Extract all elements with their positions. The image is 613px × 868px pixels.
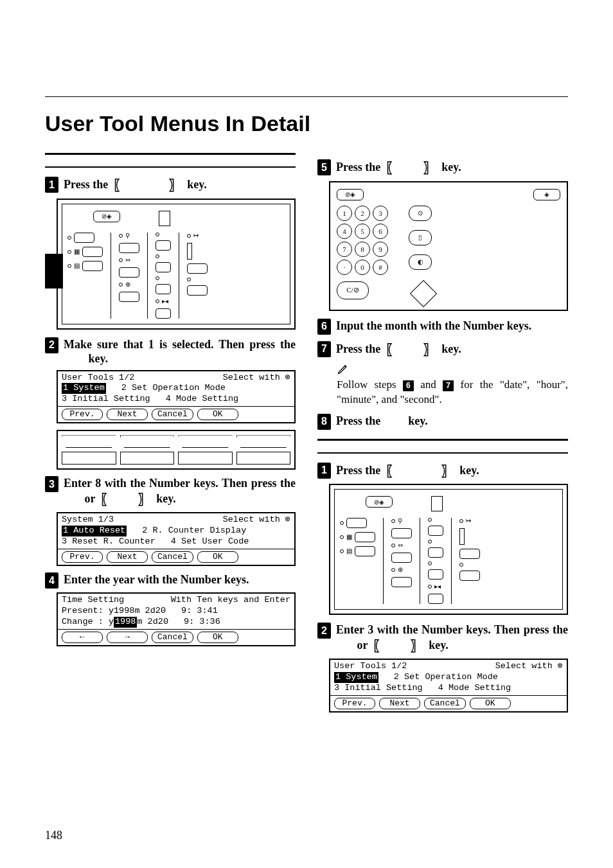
- step-badge-2: 2: [45, 337, 58, 353]
- step-badge-6: 6: [317, 319, 331, 335]
- step-badge-1: 1: [45, 177, 58, 193]
- lcd-system: System 1/3Select with ⊗ 1 Auto Reset2 R.…: [57, 512, 296, 566]
- clear-key: C/⊘: [337, 281, 369, 299]
- step-4: 4 Enter the year with the Number keys.: [45, 572, 296, 589]
- lcd-prev: Prev.: [62, 409, 103, 420]
- page-number: 148: [45, 829, 62, 842]
- lcd-next: Next: [107, 409, 148, 420]
- step-badge-4: 4: [45, 572, 58, 589]
- user-tools-key-icon: ⊘◈: [337, 189, 364, 200]
- note-text: Follow steps 6 and 7 for the "date", "ho…: [337, 378, 568, 407]
- func-key-a: ⊙: [409, 206, 432, 221]
- subsection-rule: [45, 166, 296, 168]
- lcd-ok: OK: [197, 409, 238, 420]
- lcd-user-tools: User Tools 1/2Select with ⊗ 1 System2 Se…: [57, 370, 296, 424]
- lcd-user-tools-2: User Tools 1/2Select with ⊗ 1 System2 Se…: [329, 659, 568, 713]
- step-5-text: Press the 〖〗 key.: [336, 159, 461, 177]
- slot-icon: [159, 211, 170, 226]
- top-rule: [45, 96, 568, 97]
- control-panel-diagram: ⊘◈ ▦ ▤ ⚲ ⇔: [57, 199, 296, 330]
- step-6-text: Input the month with the Number keys.: [336, 319, 531, 333]
- step-5: 5 Press the 〖〗 key.: [317, 159, 568, 177]
- step-7-text: Press the 〖〗 key.: [336, 341, 461, 359]
- step-2: 2 Make sure that 1 is selected. Then pre…: [45, 337, 296, 366]
- section-rule: [45, 153, 296, 155]
- step-3-text: Enter 8 with the Number keys. Then press…: [64, 476, 296, 508]
- step-badge-5: 5: [317, 159, 331, 175]
- page-title: User Tool Menus In Detail: [45, 111, 568, 136]
- b-step-badge-1: 1: [317, 463, 331, 479]
- b-step-1-text: Press the 〖〗 key.: [336, 463, 479, 481]
- b-step-1: 1 Press the 〖〗 key.: [317, 463, 568, 481]
- user-tools-key-icon: ⊘◈: [93, 211, 120, 222]
- step-8: 8 Press the key.: [317, 414, 568, 430]
- b-step-badge-2: 2: [317, 623, 331, 639]
- note-badge-7: 7: [443, 380, 454, 391]
- step-2-text: Make sure that 1 is selected. Then press…: [64, 337, 296, 366]
- control-panel-diagram-2: ⊘◈ ▦ ▤ ⚲ ⇔ ⊕: [329, 484, 568, 615]
- step-7: 7 Press the 〖〗 key.: [317, 341, 568, 359]
- func-key-c: ◐: [409, 254, 432, 270]
- step-3: 3 Enter 8 with the Number keys. Then pre…: [45, 476, 296, 508]
- contrast-key-icon: ◈: [533, 189, 560, 200]
- step-1: 1 Press the 〖〗 key.: [45, 177, 296, 195]
- user-tools-key-icon: ⊘◈: [366, 496, 393, 508]
- subsection-rule: [317, 452, 568, 454]
- b-step-2: 2 Enter 3 with the Number keys. Then pre…: [317, 623, 568, 655]
- note-icon-row: [337, 362, 568, 375]
- lcd-cancel: Cancel: [152, 409, 193, 420]
- b-step-2-text: Enter 3 with the Number keys. Then press…: [336, 623, 568, 655]
- func-key-b: ▯: [409, 230, 432, 245]
- number-keys: 123 456 789 ·0# C/⊘: [337, 206, 388, 299]
- step-badge-7: 7: [317, 341, 331, 357]
- start-key-icon: [410, 279, 437, 306]
- slot-icon: [431, 496, 443, 511]
- step-badge-8: 8: [317, 414, 331, 430]
- numpad-diagram: ⊘◈ ◈ 123 456 789 ·0# C/⊘ ⊙ ▯ ◐: [329, 181, 568, 311]
- softkey-strip: [57, 430, 296, 470]
- right-column: 5 Press the 〖〗 key. ⊘◈ ◈ 123 456 789: [317, 153, 568, 719]
- section-rule: [317, 439, 568, 441]
- step-badge-3: 3: [45, 476, 58, 492]
- step-6: 6 Input the month with the Number keys.: [317, 319, 568, 335]
- step-1-text: Press the 〖〗 key.: [64, 177, 207, 195]
- pencil-icon: [337, 362, 350, 375]
- step-4-text: Enter the year with the Number keys.: [64, 572, 249, 587]
- note-badge-6: 6: [403, 380, 414, 391]
- section-tab: [45, 254, 63, 288]
- step-8-text: Press the key.: [336, 414, 428, 429]
- lcd-time-setting: Time SettingWith Ten keys and Enter Pres…: [57, 592, 296, 646]
- left-column: 1 Press the 〖〗 key. ⊘◈ ▦ ▤: [45, 153, 296, 719]
